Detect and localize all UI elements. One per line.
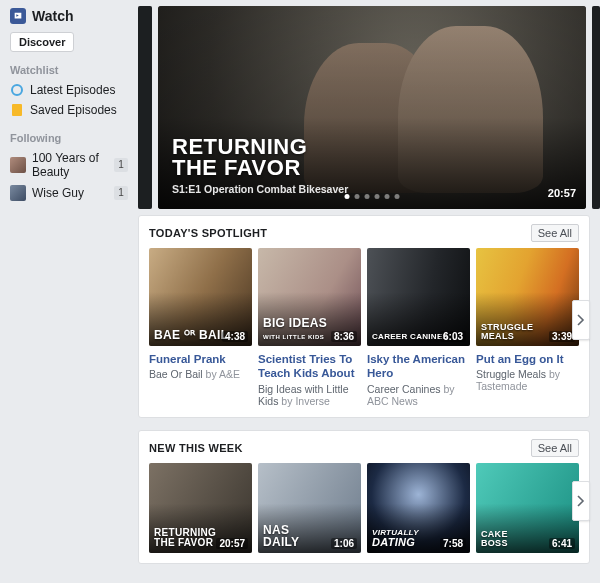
new-this-week-section: NEW THIS WEEK See All RETURNINGTHE FAVOR… [138, 430, 590, 564]
count-badge: 1 [114, 186, 128, 200]
video-title: Funeral Prank [149, 352, 252, 366]
hero-prev-peek[interactable] [138, 6, 152, 209]
video-source: Big Ideas with Little Kids by Inverse [258, 383, 361, 407]
video-thumb: CAREER CANINES 6:03 [367, 248, 470, 346]
thumb-logo: STRUGGLEMEALS [481, 323, 533, 341]
video-card[interactable]: VIRTUALLYDATING 7:58 [367, 463, 470, 553]
video-card[interactable]: STRUGGLEMEALS 3:39 Put an Egg on It Stru… [476, 248, 579, 407]
hero-duration: 20:57 [548, 187, 576, 199]
hero-title: RETURNINGTHE FAVOR [172, 137, 307, 179]
video-duration: 20:57 [216, 538, 248, 549]
see-all-button[interactable]: See All [531, 224, 579, 242]
hero-next-peek[interactable] [592, 6, 600, 209]
nav-label: Latest Episodes [30, 83, 115, 97]
app-root: Watch Discover Watchlist Latest Episodes… [0, 0, 600, 583]
video-card[interactable]: NASDAILY 1:06 [258, 463, 361, 553]
spotlight-section: TODAY'S SPOTLIGHT See All BAE ᴼᴿ BAIL 4:… [138, 215, 590, 418]
watch-icon [10, 8, 26, 24]
brand-label: Watch [32, 8, 73, 24]
thumb-logo: BAE ᴼᴿ BAIL [154, 329, 228, 341]
chevron-right-icon [577, 314, 585, 326]
video-title: Isky the American Hero [367, 352, 470, 381]
main-content: RETURNINGTHE FAVOR S1:E1 Operation Comba… [138, 0, 600, 583]
see-all-button[interactable]: See All [531, 439, 579, 457]
video-card[interactable]: BIG IDEASWITH LITTLE KIDS 8:36 Scientist… [258, 248, 361, 407]
discover-button[interactable]: Discover [10, 32, 74, 52]
thumb-logo: RETURNINGTHE FAVOR [154, 528, 216, 548]
video-duration: 7:58 [440, 538, 466, 549]
video-title: Scientist Tries To Teach Kids About DNA … [258, 352, 361, 381]
thumb-logo: NASDAILY [263, 524, 299, 548]
circle-outline-icon [10, 83, 24, 97]
thumb-logo: CAKEBOSS [481, 530, 508, 548]
video-source: Struggle Meals by Tastemade [476, 368, 579, 392]
sidebar: Watch Discover Watchlist Latest Episodes… [0, 0, 138, 583]
hero-carousel: RETURNINGTHE FAVOR S1:E1 Operation Comba… [138, 0, 600, 215]
nav-latest-episodes[interactable]: Latest Episodes [10, 80, 128, 100]
video-source: Bae Or Bail by A&E [149, 368, 252, 380]
video-duration: 6:03 [440, 331, 466, 342]
following-title: Following [10, 132, 128, 144]
video-duration: 1:06 [331, 538, 357, 549]
avatar-icon [10, 157, 26, 173]
nav-label: Saved Episodes [30, 103, 117, 117]
video-source: Career Canines by ABC News [367, 383, 470, 407]
carousel-next-button[interactable] [572, 481, 590, 521]
thumb-logo: BIG IDEASWITH LITTLE KIDS [263, 317, 327, 341]
thumb-logo: CAREER CANINES [372, 333, 448, 341]
carousel-next-button[interactable] [572, 300, 590, 340]
avatar-icon [10, 185, 26, 201]
video-duration: 6:41 [549, 538, 575, 549]
nav-saved-episodes[interactable]: Saved Episodes [10, 100, 128, 120]
following-label: 100 Years of Beauty [32, 151, 108, 179]
watchlist-title: Watchlist [10, 64, 128, 76]
video-thumb: BAE ᴼᴿ BAIL 4:38 [149, 248, 252, 346]
video-title: Put an Egg on It [476, 352, 579, 366]
video-duration: 4:38 [222, 331, 248, 342]
following-label: Wise Guy [32, 186, 84, 200]
bookmark-icon [10, 103, 24, 117]
video-thumb: BIG IDEASWITH LITTLE KIDS 8:36 [258, 248, 361, 346]
spotlight-cards: BAE ᴼᴿ BAIL 4:38 Funeral Prank Bae Or Ba… [149, 248, 579, 407]
video-card[interactable]: CAREER CANINES 6:03 Isky the American He… [367, 248, 470, 407]
new-this-week-cards: RETURNINGTHE FAVOR 20:57 NASDAILY 1:06 V… [149, 463, 579, 553]
thumb-logo: VIRTUALLYDATING [372, 529, 419, 548]
following-item-0[interactable]: 100 Years of Beauty 1 [10, 148, 128, 182]
hero-card[interactable]: RETURNINGTHE FAVOR S1:E1 Operation Comba… [158, 6, 586, 209]
following-item-1[interactable]: Wise Guy 1 [10, 182, 128, 204]
section-title: NEW THIS WEEK [149, 442, 243, 454]
carousel-dots[interactable] [345, 194, 400, 199]
count-badge: 1 [114, 158, 128, 172]
video-duration: 8:36 [331, 331, 357, 342]
hero-subtitle: S1:E1 Operation Combat Bikesaver [172, 183, 348, 195]
section-title: TODAY'S SPOTLIGHT [149, 227, 267, 239]
video-card[interactable]: BAE ᴼᴿ BAIL 4:38 Funeral Prank Bae Or Ba… [149, 248, 252, 407]
video-card[interactable]: CAKEBOSS 6:41 [476, 463, 579, 553]
video-card[interactable]: RETURNINGTHE FAVOR 20:57 [149, 463, 252, 553]
brand[interactable]: Watch [10, 8, 128, 24]
chevron-right-icon [577, 495, 585, 507]
video-thumb: STRUGGLEMEALS 3:39 [476, 248, 579, 346]
